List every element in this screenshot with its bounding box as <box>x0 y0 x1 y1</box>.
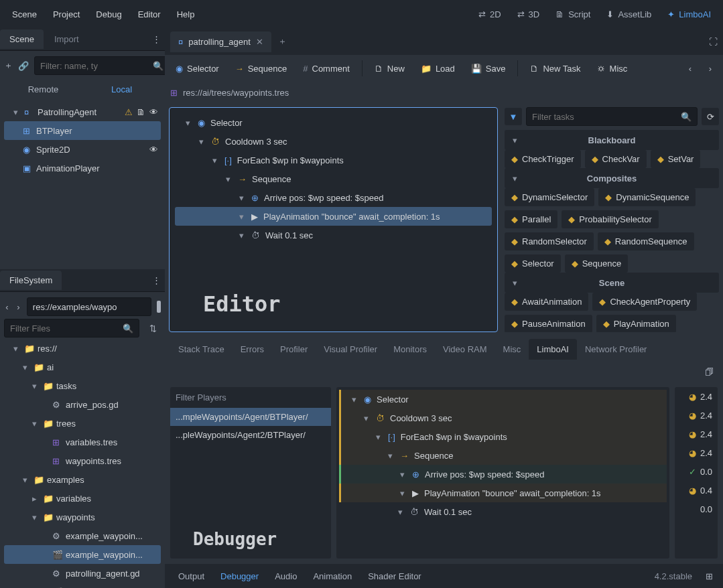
debug-node[interactable]: ▾ ⏱ Wait 0.1 sec <box>339 502 667 521</box>
bottom-panel-tab[interactable]: Output <box>170 567 212 585</box>
copy-icon[interactable]: 🗍 <box>700 363 718 380</box>
debugger-tab[interactable]: Monitors <box>385 339 435 360</box>
subtab-local[interactable]: Local <box>82 80 161 98</box>
fs-dock-menu-icon[interactable]: ⋮ <box>147 272 165 289</box>
scene-node[interactable]: ▣ AnimationPlayer <box>4 159 161 177</box>
scene-node[interactable]: ▾ ¤ PatrollingAgent ⚠ 🗎 👁 <box>4 102 161 121</box>
view-script[interactable]: 🗎Script <box>549 7 597 22</box>
visibility-icon[interactable]: 👁 <box>149 145 158 155</box>
view-2d[interactable]: ⇄2D <box>472 7 508 22</box>
debug-node[interactable]: ▾ ▶ PlayAnimation "bounce" await_complet… <box>339 484 667 502</box>
fs-entry[interactable]: ▾ 📁 trees <box>4 414 161 433</box>
debugger-tab[interactable]: Visual Profiler <box>316 339 385 360</box>
fs-entry[interactable]: ⚙ example_waypoin... <box>4 526 161 545</box>
chevron-down-icon[interactable]: ▾ <box>210 155 219 165</box>
chevron-down-icon[interactable]: ▾ <box>510 173 519 183</box>
fs-filter-input[interactable] <box>10 323 123 334</box>
category-header[interactable]: ▾Scene <box>505 273 719 293</box>
view-3d[interactable]: ⇄3D <box>511 7 547 22</box>
scene-filter[interactable]: 🔍 <box>34 56 170 75</box>
fs-forward-button[interactable]: › <box>15 298 21 315</box>
bottom-panel-tab[interactable]: Audio <box>267 567 305 585</box>
fs-filter-box[interactable]: 🔍 <box>4 319 139 338</box>
task-chip[interactable]: ◆DynamicSequence <box>598 188 696 206</box>
close-tab-icon[interactable]: ✕ <box>256 37 263 47</box>
menu-editor[interactable]: Editor <box>131 7 168 22</box>
debugger-tab[interactable]: Video RAM <box>435 339 495 360</box>
fs-entry[interactable]: 🎬 example_waypoin... <box>4 545 161 564</box>
fs-sort-button[interactable]: ⇅ <box>145 319 161 337</box>
expand-icon[interactable]: ⛶ <box>709 37 718 47</box>
fs-thumb-button[interactable] <box>157 301 161 313</box>
debugger-tab[interactable]: Network Profiler <box>577 339 655 360</box>
history-fwd[interactable]: › <box>702 60 719 77</box>
chevron-down-icon[interactable]: ▾ <box>373 432 383 442</box>
fs-back-button[interactable]: ‹ <box>4 298 10 315</box>
task-chip[interactable]: ◆SetVar <box>651 150 701 168</box>
player-row[interactable]: ...pleWaypoints/Agent2/BTPlayer/ <box>170 426 331 444</box>
category-header[interactable]: ▾Composites <box>505 168 719 188</box>
layout-icon[interactable]: ⊞ <box>700 567 718 585</box>
bt-node[interactable]: ▾ [·] ForEach $wp in $waypoints <box>175 151 492 169</box>
file-tab-active[interactable]: ¤ patrolling_agent ✕ <box>170 31 271 52</box>
task-filter[interactable]: 🔍 <box>526 107 698 126</box>
fs-entry[interactable]: 🎬 patrolling_agent.t... <box>4 583 161 588</box>
chevron-down-icon[interactable]: ▾ <box>361 413 371 423</box>
menu-scene[interactable]: Scene <box>5 7 44 22</box>
debugger-tab[interactable]: Errors <box>233 339 272 360</box>
debugger-tab[interactable]: Misc <box>495 339 529 360</box>
menu-help[interactable]: Help <box>170 7 202 22</box>
debugger-tab[interactable]: Profiler <box>272 339 316 360</box>
fs-entry[interactable]: ▾ 📁 examples <box>4 470 161 489</box>
chevron-icon[interactable]: ▾ <box>29 419 39 429</box>
chevron-down-icon[interactable]: ▾ <box>510 135 519 145</box>
scene-node[interactable]: ⊞ BTPlayer <box>4 121 161 140</box>
bt-node[interactable]: ▾ ⊕ Arrive pos: $wp speed: $speed <box>175 188 492 207</box>
tab-scene[interactable]: Scene <box>0 29 44 49</box>
toolbar-sequence[interactable]: →Sequence <box>228 60 294 78</box>
chevron-icon[interactable]: ▾ <box>11 344 20 354</box>
chevron-down-icon[interactable]: ▾ <box>395 507 405 517</box>
player-row[interactable]: ...mpleWaypoints/Agent/BTPlayer/ <box>170 408 331 426</box>
toolbar-selector[interactable]: ◉Selector <box>169 60 226 78</box>
chevron-down-icon[interactable]: ▾ <box>397 488 407 498</box>
bottom-panel-tab[interactable]: Shader Editor <box>360 567 430 585</box>
chevron-icon[interactable]: ▾ <box>29 381 39 391</box>
chevron-down-icon[interactable]: ▾ <box>183 118 192 128</box>
tab-import[interactable]: Import <box>45 29 88 49</box>
chevron-down-icon[interactable]: ▾ <box>237 193 246 203</box>
fs-entry[interactable]: ⊞ waypoints.tres <box>4 451 161 470</box>
new-tab-button[interactable]: ＋ <box>273 31 293 52</box>
bt-node[interactable]: ▾ ⏱ Wait 0.1 sec <box>175 226 492 244</box>
chevron-down-icon[interactable]: ▾ <box>223 174 233 184</box>
fs-path-box[interactable] <box>27 297 151 316</box>
fs-entry[interactable]: ⚙ patrolling_agent.gd <box>4 564 161 583</box>
bt-node[interactable]: ▾ ◉ Selector <box>175 113 492 132</box>
debug-node[interactable]: ▾ ⊕ Arrive pos: $wp speed: $speed <box>339 465 667 484</box>
view-limboai[interactable]: ✦LimboAI <box>661 7 718 22</box>
chevron-down-icon[interactable]: ▾ <box>237 212 246 222</box>
task-chip[interactable]: ◆RandomSelector <box>505 232 594 250</box>
fs-entry[interactable]: ⊞ variables.tres <box>4 433 161 451</box>
chevron-down-icon[interactable]: ▾ <box>397 469 407 480</box>
fs-entry[interactable]: ▸ 📁 variables <box>4 489 161 508</box>
task-chip[interactable]: ◆Sequence <box>565 254 629 273</box>
chevron-icon[interactable]: ▾ <box>20 475 29 485</box>
history-back[interactable]: ‹ <box>681 60 699 77</box>
link-node-button[interactable]: 🔗 <box>18 57 29 74</box>
debug-node[interactable]: ▾ [·] ForEach $wp in $waypoints <box>339 427 667 446</box>
menu-project[interactable]: Project <box>46 7 86 22</box>
fs-entry[interactable]: ▾ 📁 waypoints <box>4 508 161 526</box>
toolbar-new-task[interactable]: 🗋New Task <box>523 60 587 78</box>
fs-entry[interactable]: ▾ 📁 tasks <box>4 376 161 395</box>
add-node-button[interactable]: ＋ <box>4 57 13 74</box>
debug-node[interactable]: ▾ → Sequence <box>339 446 667 465</box>
chevron-down-icon[interactable]: ▾ <box>237 230 246 240</box>
task-chip[interactable]: ◆AwaitAnimation <box>505 293 588 311</box>
visibility-icon[interactable]: 👁 <box>149 107 158 117</box>
scene-filter-input[interactable] <box>40 61 153 71</box>
task-chip[interactable]: ◆PlayAnimation <box>596 315 676 332</box>
menu-debug[interactable]: Debug <box>89 7 128 22</box>
filter-icon[interactable]: ▼ <box>505 108 522 125</box>
task-chip[interactable]: ◆Parallel <box>505 210 557 228</box>
